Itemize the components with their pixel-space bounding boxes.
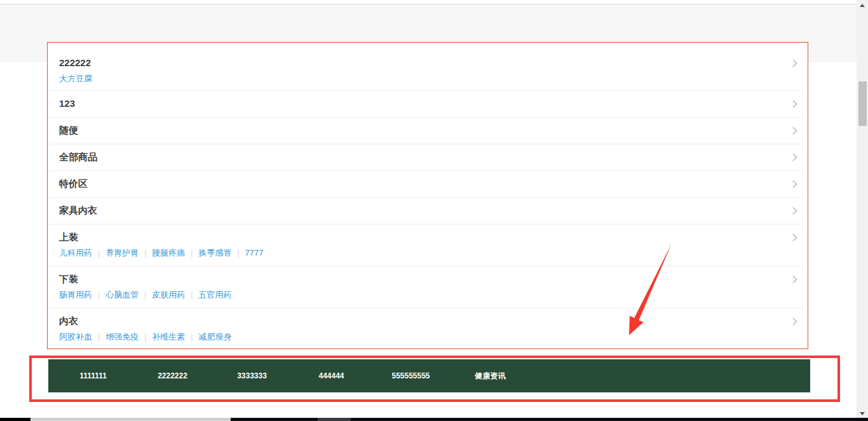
chevron-right-icon bbox=[789, 275, 797, 284]
subcategory-link[interactable]: 7777 bbox=[245, 248, 264, 258]
category-title: 家具内衣 bbox=[59, 204, 97, 217]
category-title: 特价区 bbox=[59, 177, 88, 190]
category-title: 123 bbox=[59, 97, 75, 110]
footer-nav-item[interactable]: 444444 bbox=[292, 371, 371, 380]
separator: | bbox=[185, 249, 198, 258]
footer-nav-item[interactable]: 2222222 bbox=[133, 371, 212, 380]
category-row-head: 下装 bbox=[59, 273, 803, 286]
category-row-head: 222222 bbox=[59, 57, 803, 69]
chevron-right-icon bbox=[789, 153, 797, 162]
separator: | bbox=[185, 333, 198, 342]
category-sublinks: 肠胃用药|心脑血管|皮肤用药|五官用药 bbox=[59, 289, 803, 301]
subcategory-link[interactable]: 五官用药 bbox=[198, 290, 231, 300]
subcategory-link[interactable]: 腰腿疼痛 bbox=[152, 248, 185, 258]
subcategory-link[interactable]: 皮肤用药 bbox=[152, 290, 185, 300]
chevron-right-icon bbox=[789, 100, 797, 108]
category-title: 随便 bbox=[59, 124, 78, 137]
category-title: 下装 bbox=[59, 273, 78, 286]
chevron-right-icon bbox=[789, 180, 797, 188]
separator: | bbox=[139, 291, 152, 300]
vertical-scrollbar[interactable] bbox=[857, 0, 868, 421]
category-row[interactable]: 123 bbox=[48, 91, 803, 118]
scroll-down-icon[interactable] bbox=[860, 412, 865, 415]
category-title: 全部商品 bbox=[59, 151, 97, 163]
subcategory-link[interactable]: 肠胃用药 bbox=[59, 290, 92, 300]
category-title: 内衣 bbox=[59, 315, 78, 328]
subcategory-link[interactable]: 大方豆腐 bbox=[59, 74, 92, 83]
separator: | bbox=[92, 333, 105, 342]
chevron-right-icon bbox=[789, 127, 797, 135]
category-row-head: 上装 bbox=[59, 231, 803, 244]
category-title: 上装 bbox=[59, 231, 78, 244]
category-row[interactable]: 全部商品 bbox=[48, 144, 803, 171]
category-row-head: 随便 bbox=[59, 124, 803, 137]
category-row-head: 家具内衣 bbox=[59, 204, 803, 217]
category-row-head: 特价区 bbox=[59, 177, 803, 190]
scrollbar-thumb[interactable] bbox=[858, 81, 867, 126]
category-list-panel: 222222 大方豆腐 123 随便 全部商品 特价区 家具内衣 bbox=[47, 42, 808, 349]
taskbar-edge-segment bbox=[31, 418, 231, 421]
category-sublinks: 儿科用药|养胃护胃|腰腿疼痛|换季感冒|7777 bbox=[59, 247, 803, 259]
category-row-head: 内衣 bbox=[59, 315, 803, 328]
separator: | bbox=[185, 291, 198, 300]
subcategory-link[interactable]: 养胃护胃 bbox=[105, 248, 139, 258]
category-sublinks: 大方豆腐 bbox=[59, 73, 803, 85]
subcategory-link[interactable]: 儿科用药 bbox=[59, 248, 92, 258]
category-row[interactable]: 家具内衣 bbox=[48, 198, 803, 224]
taskbar-edge bbox=[0, 418, 868, 421]
category-row[interactable]: 随便 bbox=[48, 118, 803, 144]
category-row[interactable]: 上装 儿科用药|养胃护胃|腰腿疼痛|换季感冒|7777 bbox=[48, 224, 803, 266]
category-row[interactable]: 内衣 阿胶补血|增强免疫|补维生素|减肥瘦身 bbox=[48, 308, 803, 355]
footer-nav-item[interactable]: 3333333 bbox=[212, 371, 292, 380]
separator: | bbox=[139, 333, 152, 342]
footer-nav-item[interactable]: 555555555 bbox=[371, 371, 451, 380]
footer-nav-item[interactable]: 1111111 bbox=[53, 371, 133, 380]
subcategory-link[interactable]: 增强免疫 bbox=[105, 332, 139, 342]
separator: | bbox=[92, 249, 105, 258]
taskbar-edge-segment bbox=[0, 418, 31, 421]
scroll-up-icon[interactable] bbox=[860, 4, 865, 7]
separator: | bbox=[231, 249, 245, 258]
subcategory-link[interactable]: 换季感冒 bbox=[198, 248, 231, 258]
category-row[interactable]: 222222 大方豆腐 bbox=[48, 43, 803, 91]
subcategory-link[interactable]: 阿胶补血 bbox=[59, 332, 92, 342]
chevron-right-icon bbox=[789, 59, 797, 67]
separator: | bbox=[92, 291, 105, 300]
category-row-head: 123 bbox=[59, 97, 803, 110]
taskbar-edge-segment bbox=[318, 418, 351, 421]
separator: | bbox=[139, 249, 152, 258]
footer-nav-item[interactable]: 健康资讯 bbox=[451, 371, 530, 382]
footer-nav-bar: 111111122222223333333444444555555555健康资讯 bbox=[48, 359, 810, 392]
category-row[interactable]: 特价区 bbox=[48, 171, 803, 198]
subcategory-link[interactable]: 减肥瘦身 bbox=[198, 332, 231, 342]
category-title: 222222 bbox=[59, 57, 91, 69]
page-viewport: 222222 大方豆腐 123 随便 全部商品 特价区 家具内衣 bbox=[0, 0, 868, 421]
subcategory-link[interactable]: 心脑血管 bbox=[105, 290, 139, 300]
subcategory-link[interactable]: 补维生素 bbox=[152, 332, 185, 342]
category-row-head: 全部商品 bbox=[59, 151, 803, 163]
category-sublinks: 阿胶补血|增强免疫|补维生素|减肥瘦身 bbox=[59, 331, 803, 343]
chevron-right-icon bbox=[789, 207, 797, 215]
chevron-right-icon bbox=[789, 317, 797, 326]
category-row[interactable]: 下装 肠胃用药|心脑血管|皮肤用药|五官用药 bbox=[48, 266, 803, 308]
chevron-right-icon bbox=[789, 233, 797, 242]
